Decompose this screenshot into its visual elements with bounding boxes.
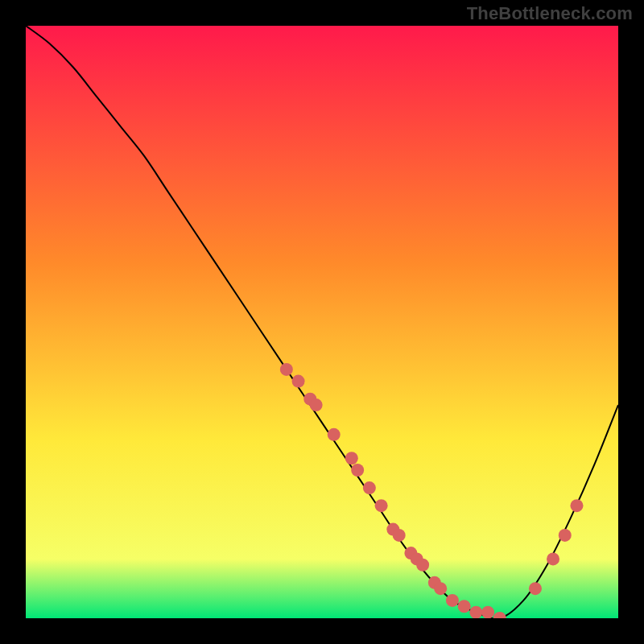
watermark-text: TheBottleneck.com [467, 3, 633, 24]
data-point [547, 552, 559, 565]
gradient-background [26, 26, 618, 618]
data-point [363, 481, 376, 494]
data-point [458, 600, 471, 613]
data-point [292, 375, 305, 388]
data-point [481, 606, 494, 618]
data-point [446, 594, 459, 607]
chart-stage: TheBottleneck.com [0, 0, 644, 644]
data-point [416, 559, 429, 572]
data-point [280, 363, 293, 376]
data-point [310, 398, 323, 411]
data-point [529, 582, 542, 595]
data-point [570, 499, 583, 512]
data-point [469, 606, 482, 618]
data-point [393, 529, 406, 542]
chart-svg [26, 26, 618, 618]
data-point [375, 499, 388, 512]
data-point [328, 428, 341, 441]
data-point [434, 582, 447, 595]
data-point [351, 464, 364, 477]
data-point [559, 529, 572, 542]
plot-area [26, 26, 618, 618]
data-point [345, 452, 358, 464]
